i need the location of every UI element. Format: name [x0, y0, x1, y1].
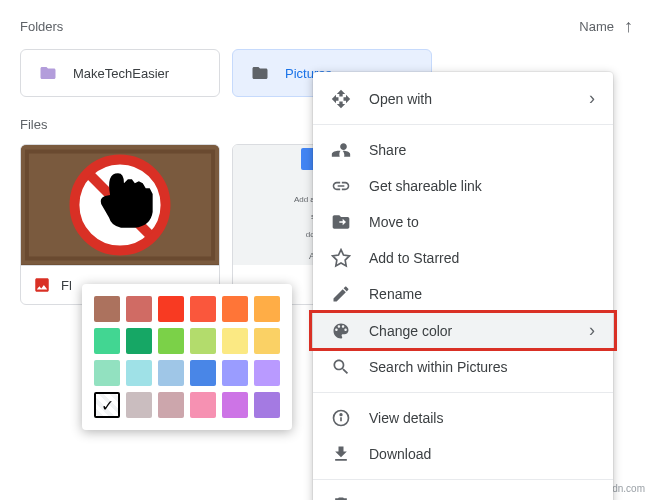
menu-label: Change color — [369, 323, 452, 339]
menu-label: Get shareable link — [369, 178, 482, 194]
star-icon — [331, 248, 351, 268]
divider — [313, 479, 613, 480]
color-swatch[interactable] — [94, 328, 120, 354]
menu-label: View details — [369, 410, 443, 426]
color-swatch[interactable] — [222, 296, 248, 322]
color-swatch[interactable] — [94, 392, 120, 418]
color-swatch[interactable] — [94, 360, 120, 386]
file-card[interactable]: Fl — [20, 144, 220, 305]
sort-control[interactable]: Name ↑ — [579, 16, 633, 37]
share-icon — [331, 140, 351, 160]
open-with-icon — [331, 89, 351, 109]
color-swatch[interactable] — [190, 392, 216, 418]
color-swatch[interactable] — [190, 328, 216, 354]
menu-move-to[interactable]: Move to — [313, 204, 613, 240]
files-label: Files — [20, 117, 47, 132]
highlight-box — [309, 310, 617, 351]
image-icon — [33, 276, 51, 294]
color-palette — [82, 284, 292, 430]
arrow-up-icon: ↑ — [624, 16, 633, 37]
trash-icon — [331, 495, 351, 500]
color-swatch[interactable] — [190, 360, 216, 386]
menu-label: Rename — [369, 286, 422, 302]
info-icon — [331, 408, 351, 428]
color-swatch[interactable] — [222, 392, 248, 418]
sort-label: Name — [579, 19, 614, 34]
menu-search-within[interactable]: Search within Pictures — [313, 349, 613, 385]
color-swatch[interactable] — [126, 296, 152, 322]
rename-icon — [331, 284, 351, 304]
color-swatch[interactable] — [190, 296, 216, 322]
folder-icon — [37, 64, 59, 82]
chevron-right-icon: › — [589, 88, 595, 109]
file-thumbnail — [21, 145, 219, 265]
menu-view-details[interactable]: View details — [313, 400, 613, 436]
color-swatch[interactable] — [158, 328, 184, 354]
color-swatch[interactable] — [254, 392, 280, 418]
color-swatch[interactable] — [254, 328, 280, 354]
menu-add-starred[interactable]: Add to Starred — [313, 240, 613, 276]
menu-rename[interactable]: Rename — [313, 276, 613, 312]
folder-icon — [249, 64, 271, 82]
menu-label: Search within Pictures — [369, 359, 508, 375]
palette-icon — [331, 321, 351, 341]
color-swatch[interactable] — [254, 296, 280, 322]
download-icon — [331, 444, 351, 464]
menu-download[interactable]: Download — [313, 436, 613, 472]
color-swatch[interactable] — [158, 360, 184, 386]
link-icon — [331, 176, 351, 196]
menu-open-with[interactable]: Open with › — [313, 80, 613, 117]
menu-share[interactable]: Share — [313, 132, 613, 168]
svg-point-7 — [340, 414, 342, 416]
divider — [313, 392, 613, 393]
folder-card-maketecheasier[interactable]: MakeTechEasier — [20, 49, 220, 97]
context-menu: Open with › Share Get shareable link Mov… — [313, 72, 613, 500]
color-swatch[interactable] — [254, 360, 280, 386]
menu-change-color[interactable]: Change color › — [313, 312, 613, 349]
search-icon — [331, 357, 351, 377]
menu-label: Open with — [369, 91, 432, 107]
menu-label: Move to — [369, 214, 419, 230]
divider — [313, 124, 613, 125]
menu-label: Add to Starred — [369, 250, 459, 266]
file-name: Fl — [61, 278, 72, 293]
move-icon — [331, 212, 351, 232]
color-swatch[interactable] — [126, 360, 152, 386]
chevron-right-icon: › — [589, 320, 595, 341]
folders-label: Folders — [20, 19, 63, 34]
color-swatch[interactable] — [222, 328, 248, 354]
color-swatch[interactable] — [158, 296, 184, 322]
color-swatch[interactable] — [222, 360, 248, 386]
color-swatch[interactable] — [158, 392, 184, 418]
color-swatch[interactable] — [126, 328, 152, 354]
menu-label: Share — [369, 142, 406, 158]
color-swatch[interactable] — [94, 296, 120, 322]
menu-remove[interactable]: Remove — [313, 487, 613, 500]
menu-get-link[interactable]: Get shareable link — [313, 168, 613, 204]
menu-label: Download — [369, 446, 431, 462]
folder-name: MakeTechEasier — [73, 66, 169, 81]
color-swatch[interactable] — [126, 392, 152, 418]
folders-header: Folders Name ↑ — [20, 16, 633, 37]
